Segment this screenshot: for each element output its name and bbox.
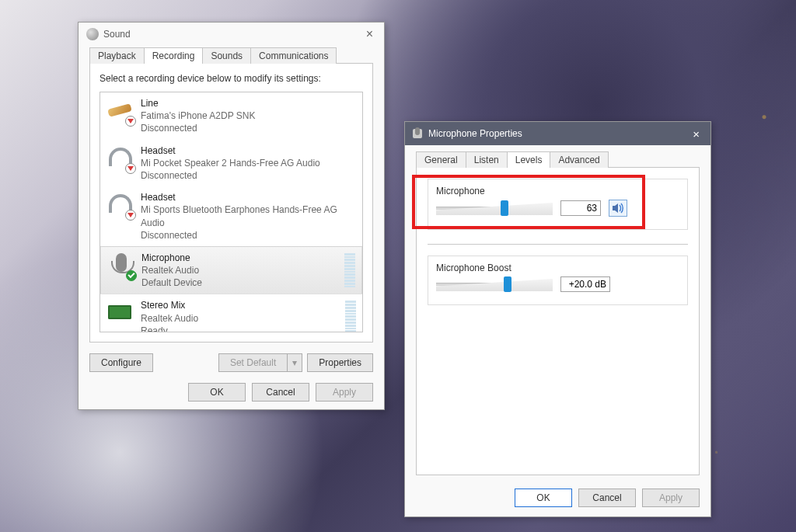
sound-titlebar[interactable]: Sound ×	[79, 23, 384, 44]
ok-button[interactable]: OK	[515, 489, 572, 507]
tab-advanced[interactable]: Advanced	[550, 151, 608, 168]
close-icon[interactable]: ×	[690, 127, 703, 141]
instruction-text: Select a recording device below to modif…	[100, 73, 363, 84]
sound-footer: OK Cancel Apply	[79, 372, 384, 412]
sound-window: Sound × PlaybackRecordingSoundsCommunica…	[78, 22, 385, 410]
mic-boost-controls	[436, 276, 679, 292]
tab-general[interactable]: General	[416, 151, 466, 168]
speaker-icon	[612, 203, 624, 214]
ok-button[interactable]: OK	[188, 383, 246, 402]
down-arrow-icon	[125, 163, 136, 174]
chip-icon	[106, 299, 134, 327]
tab-communications[interactable]: Communications	[250, 47, 337, 64]
microphone-icon	[413, 129, 422, 138]
mic-level-label: Microphone	[436, 186, 679, 196]
mic-icon	[107, 252, 135, 280]
device-row-line[interactable]: LineFatima's iPhone A2DP SNKDisconnected	[100, 92, 362, 140]
device-text: Stereo MixRealtek AudioReady	[141, 299, 198, 332]
mic-title-text: Microphone Properties	[428, 128, 522, 139]
mic-level-group: Microphone	[428, 179, 688, 230]
down-arrow-icon	[125, 116, 136, 127]
apply-button[interactable]: Apply	[642, 489, 700, 507]
set-default-dropdown[interactable]: ▾	[287, 353, 302, 372]
device-text: LineFatima's iPhone A2DP SNKDisconnected	[141, 97, 255, 135]
tab-levels[interactable]: Levels	[507, 151, 551, 168]
level-meter	[345, 299, 356, 332]
headset-icon	[106, 144, 134, 172]
properties-button[interactable]: Properties	[307, 353, 373, 372]
mic-boost-value[interactable]	[560, 276, 610, 292]
headset-icon	[106, 191, 134, 219]
mic-level-slider[interactable]	[436, 200, 553, 216]
sound-tab-body: Select a recording device below to modif…	[89, 63, 373, 342]
mic-footer: OK Cancel Apply	[405, 479, 710, 516]
cancel-button[interactable]: Cancel	[252, 383, 309, 402]
device-row-stereo-mix[interactable]: Stereo MixRealtek AudioReady	[100, 294, 362, 332]
sound-title-text: Sound	[103, 29, 131, 40]
level-meter	[344, 252, 355, 290]
device-list[interactable]: LineFatima's iPhone A2DP SNKDisconnected…	[100, 92, 363, 332]
sound-tabs: PlaybackRecordingSoundsCommunications	[79, 47, 384, 64]
sound-button-row: Configure Set Default ▾ Properties	[89, 353, 373, 372]
device-text: HeadsetMi Sports Bluetooth Earphones Han…	[141, 191, 356, 242]
device-text: MicrophoneRealtek AudioDefault Device	[141, 252, 202, 290]
set-default-button[interactable]: Set Default	[218, 353, 287, 372]
device-row-microphone[interactable]: MicrophoneRealtek AudioDefault Device	[100, 246, 362, 295]
close-icon[interactable]: ×	[363, 27, 376, 41]
mic-tabs: GeneralListenLevelsAdvanced	[405, 151, 710, 168]
tab-sounds[interactable]: Sounds	[202, 47, 251, 64]
mic-boost-label: Microphone Boost	[436, 263, 679, 273]
mute-button[interactable]	[609, 200, 627, 217]
mic-titlebar[interactable]: Microphone Properties ×	[405, 122, 710, 145]
mic-tab-body: Microphone Microphone Boost	[416, 167, 700, 475]
device-row-headset[interactable]: HeadsetMi Pocket Speaker 2 Hands-Free AG…	[100, 140, 362, 187]
line-icon	[106, 97, 134, 125]
tab-playback[interactable]: Playback	[89, 47, 145, 64]
tab-recording[interactable]: Recording	[144, 47, 204, 64]
mic-boost-slider[interactable]	[436, 276, 553, 292]
mic-level-controls	[436, 200, 679, 217]
separator	[428, 244, 688, 245]
down-arrow-icon	[125, 210, 136, 221]
mic-boost-group: Microphone Boost	[428, 256, 688, 305]
device-text: HeadsetMi Pocket Speaker 2 Hands-Free AG…	[141, 144, 320, 183]
check-icon	[126, 270, 137, 281]
cancel-button[interactable]: Cancel	[578, 489, 636, 507]
apply-button[interactable]: Apply	[316, 383, 373, 402]
speaker-icon	[86, 28, 99, 40]
set-default-split: Set Default ▾	[218, 353, 302, 372]
tab-listen[interactable]: Listen	[466, 151, 508, 168]
mic-properties-window: Microphone Properties × GeneralListenLev…	[404, 121, 711, 517]
device-row-headset[interactable]: HeadsetMi Sports Bluetooth Earphones Han…	[100, 186, 362, 246]
mic-level-value[interactable]	[560, 200, 601, 216]
configure-button[interactable]: Configure	[89, 353, 153, 372]
